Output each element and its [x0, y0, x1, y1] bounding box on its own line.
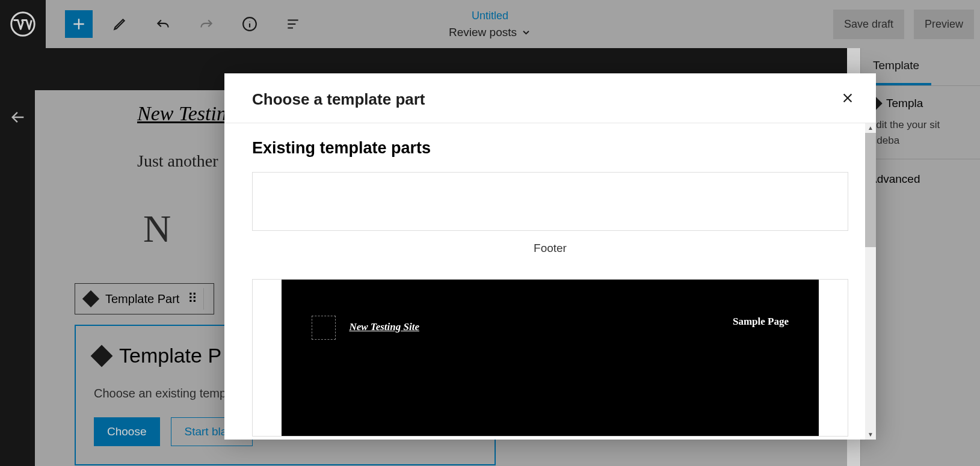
template-part-option-footer[interactable] — [252, 172, 848, 231]
modal-title: Choose a template part — [252, 90, 425, 109]
modal-body: Existing template parts Footer New Testi… — [224, 123, 876, 440]
choose-template-part-modal: Choose a template part Existing template… — [224, 73, 876, 440]
scroll-thumb[interactable] — [865, 133, 876, 247]
template-part-option-header[interactable]: New Testing Site Sample Page — [252, 279, 848, 437]
scroll-down-icon[interactable]: ▼ — [865, 430, 876, 440]
preview-nav-link: Sample Page — [733, 316, 789, 436]
modal-header: Choose a template part — [224, 73, 876, 123]
existing-template-parts-heading: Existing template parts — [252, 139, 848, 158]
modal-close-button[interactable] — [837, 88, 858, 111]
modal-scrollbar[interactable]: ▲ ▼ — [865, 123, 876, 440]
scroll-up-icon[interactable]: ▲ — [865, 123, 876, 133]
preview-site-name: New Testing Site — [349, 321, 419, 333]
template-part-option-footer-label: Footer — [252, 242, 848, 255]
close-icon — [841, 91, 854, 105]
site-logo-placeholder — [312, 316, 336, 340]
header-preview: New Testing Site Sample Page — [282, 280, 819, 436]
